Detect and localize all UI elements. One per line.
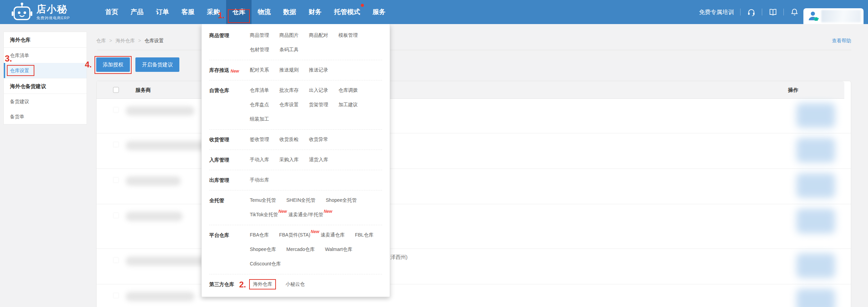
menu-item-receiving-mgmt[interactable]: 收货质检 [279, 136, 299, 143]
menu-item-self-warehouse[interactable]: 仓库清单 [250, 87, 269, 94]
menu-items: 海外仓库2.小秘云仓 [250, 277, 382, 292]
menu-item-platform-warehouse[interactable]: 速卖通仓库 [321, 232, 345, 238]
select-all-checkbox[interactable] [113, 87, 119, 93]
nav-item-managed-mode[interactable]: 托管模式 [328, 0, 366, 24]
menu-group-third-party-warehouse: 第三方仓库海外仓库2.小秘云仓 [209, 274, 382, 294]
row-checkbox[interactable] [113, 107, 119, 113]
menu-item-platform-warehouse[interactable]: Shopee仓库 [250, 246, 276, 253]
menu-item-self-warehouse[interactable]: 仓库设置 [279, 102, 299, 108]
menu-item-full-managed[interactable]: Temu全托管 [250, 197, 276, 204]
breadcrumb-item[interactable]: 海外仓库 [115, 38, 135, 44]
app-title: 店小秘 [36, 4, 70, 15]
bell-icon[interactable] [790, 8, 799, 17]
nav-item-orders[interactable]: 订单 [150, 0, 175, 24]
menu-item-product-mgmt[interactable]: 模板管理 [338, 32, 358, 39]
annotation-step-2: 2. [239, 281, 246, 289]
blurred-action-links [797, 253, 835, 278]
menu-item-inbound-mgmt[interactable]: 手动入库 [250, 157, 269, 163]
menu-item-row: 仓库清单批次库存出入记录仓库调拨 [250, 83, 382, 98]
view-help-link[interactable]: 查看帮助 [832, 38, 851, 44]
nav-item-home[interactable]: 首页 [99, 0, 124, 24]
menu-item-receiving-mgmt[interactable]: 签收管理 [250, 136, 269, 143]
menu-category-label: 入库管理 [209, 153, 250, 167]
sidebar-item-stock-order[interactable]: 备货单 [4, 109, 87, 124]
menu-item-product-mgmt[interactable]: 商品管理 [250, 32, 269, 39]
menu-item-self-warehouse[interactable]: 批次库存 [279, 87, 299, 94]
nav-item-warehouse[interactable]: 仓库1. [226, 0, 252, 24]
user-account-box[interactable] [803, 8, 864, 24]
menu-item-inbound-mgmt[interactable]: 采购入库 [279, 157, 299, 163]
menu-item-stock-push[interactable]: 推送记录 [309, 67, 328, 73]
menu-item-stock-push[interactable]: 配对关系 [250, 67, 269, 73]
menu-item-product-mgmt[interactable]: 商品配对 [309, 32, 328, 39]
sidebar-item-warehouse-settings[interactable]: 仓库设置 [4, 63, 87, 78]
nav-item-customer-service[interactable]: 客服 [175, 0, 201, 24]
add-authorization-button[interactable]: 添加授权 [96, 57, 130, 72]
nav-item-logistics[interactable]: 物流 [252, 0, 277, 24]
nav-item-label: 首页 [105, 8, 118, 15]
blurred-action-links [797, 209, 835, 233]
menu-item-product-mgmt[interactable]: 条码工具 [279, 47, 299, 53]
book-icon[interactable] [768, 8, 777, 17]
blurred-provider-name [126, 106, 194, 116]
row-checkbox[interactable] [113, 212, 119, 218]
menu-item-full-managed[interactable]: 速卖通全/半托管New [288, 212, 323, 218]
free-training-link[interactable]: 免费专属培训 [699, 8, 734, 16]
menu-item-outbound-mgmt[interactable]: 手动出库 [250, 177, 269, 183]
nav-item-services[interactable]: 服务 [366, 0, 392, 24]
headset-icon[interactable] [747, 8, 756, 17]
app-logo[interactable]: 店小秘 免费跨境电商ERP [11, 2, 70, 22]
breadcrumb-item[interactable]: 仓库 [96, 38, 106, 44]
nav-item-data[interactable]: 数据 [277, 0, 302, 24]
blurred-action-links [797, 103, 835, 128]
menu-item-row: TikTok全托管New速卖通全/半托管New [250, 208, 382, 222]
menu-item-inbound-mgmt[interactable]: 退货入库 [309, 157, 328, 163]
menu-item-full-managed[interactable]: TikTok全托管New [250, 212, 278, 218]
menu-item-third-party-warehouse[interactable]: 小秘云仓 [286, 281, 305, 287]
nav-item-finance[interactable]: 财务 [302, 0, 328, 24]
menu-item-self-warehouse[interactable]: 加工建议 [338, 102, 358, 108]
sidebar-section-header: 海外仓备货建议 [4, 78, 87, 94]
sidebar-item-label: 备货建议 [10, 94, 29, 109]
menu-item-self-warehouse[interactable]: 出入记录 [309, 87, 328, 94]
row-checkbox[interactable] [113, 293, 119, 298]
warehouse-dropdown-menu: 商品管理商品管理商品图片商品配对模板管理包材管理条码工具库存推送New配对关系推… [201, 24, 390, 297]
menu-item-stock-push[interactable]: 推送规则 [279, 67, 299, 73]
menu-item-third-party-warehouse[interactable]: 海外仓库2. [249, 279, 276, 289]
breadcrumb-item: 仓库设置 [144, 38, 164, 44]
divider [740, 9, 741, 15]
nav-item-products[interactable]: 产品 [124, 0, 150, 24]
row-checkbox[interactable] [113, 257, 119, 263]
sidebar-item-warehouse-list[interactable]: 仓库清单 [4, 48, 87, 63]
row-checkbox[interactable] [113, 142, 119, 147]
sidebar-item-stock-suggestion[interactable]: 备货建议 [4, 94, 87, 109]
menu-item-platform-warehouse[interactable]: Cdiscount仓库 [250, 261, 281, 267]
menu-item-row: FBA仓库FBA货件(STA)New速卖通仓库FBL仓库 [250, 228, 382, 242]
menu-item-receiving-mgmt[interactable]: 收货异常 [309, 136, 328, 143]
menu-item-platform-warehouse[interactable]: FBA货件(STA)New [279, 232, 310, 238]
menu-items: FBA仓库FBA货件(STA)New速卖通仓库FBL仓库Shopee仓库Merc… [250, 228, 382, 271]
row-checkbox[interactable] [113, 177, 119, 183]
menu-item-self-warehouse[interactable]: 组装加工 [250, 116, 269, 122]
nav-item-label: 仓库 [232, 8, 245, 15]
menu-items: 商品管理商品图片商品配对模板管理包材管理条码工具 [250, 28, 382, 57]
partially-visible-location-text: 泽西州) [390, 254, 408, 261]
enable-stock-suggestion-button[interactable]: 开启备货建议 [135, 57, 179, 72]
menu-item-self-warehouse[interactable]: 仓库调拨 [338, 87, 358, 94]
menu-item-self-warehouse[interactable]: 货架管理 [309, 102, 328, 108]
menu-item-platform-warehouse[interactable]: FBA仓库 [250, 232, 269, 238]
nav-item-label: 客服 [181, 8, 194, 15]
menu-item-full-managed[interactable]: SHEIN全托管 [286, 197, 315, 204]
menu-items: Temu全托管SHEIN全托管Shopee全托管TikTok全托管New速卖通全… [250, 193, 382, 222]
menu-item-product-mgmt[interactable]: 商品图片 [279, 32, 299, 39]
menu-item-row: 组装加工 [250, 112, 382, 127]
menu-item-platform-warehouse[interactable]: Walmart仓库 [325, 246, 353, 253]
new-tag: New [231, 64, 239, 78]
menu-item-product-mgmt[interactable]: 包材管理 [250, 47, 269, 53]
menu-item-platform-warehouse[interactable]: Mercado仓库 [286, 246, 314, 253]
nav-item-label: 数据 [283, 8, 296, 15]
menu-item-self-warehouse[interactable]: 仓库盘点 [250, 102, 269, 108]
menu-item-platform-warehouse[interactable]: FBL仓库 [355, 232, 374, 238]
menu-category-label: 收货管理 [209, 132, 250, 147]
menu-item-full-managed[interactable]: Shopee全托管 [326, 197, 357, 204]
